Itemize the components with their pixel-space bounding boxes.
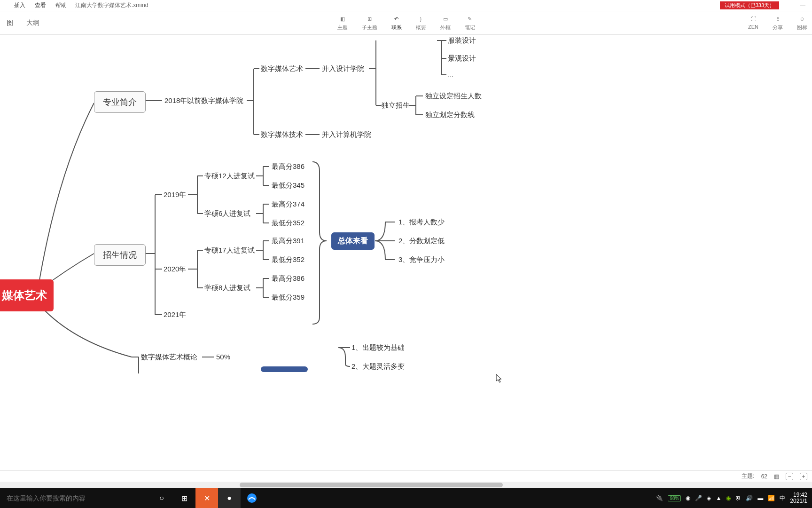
node-s3[interactable]: 3、竞争压力小 <box>398 255 445 264</box>
battery-indicator[interactable]: 98% <box>668 495 681 501</box>
boundary-icon: ▭ <box>441 15 450 23</box>
power-icon[interactable]: 🔌 <box>656 495 663 501</box>
node-more[interactable]: ... <box>448 71 454 79</box>
wifi-icon[interactable]: 📶 <box>768 495 775 501</box>
node-ind-score[interactable]: 独立划定分数线 <box>425 111 475 119</box>
node-n3a-pct[interactable]: 50% <box>216 353 230 361</box>
tool-zen[interactable]: ⛶ ZEN <box>748 15 758 31</box>
tool-share[interactable]: ⇪ 分享 <box>773 15 783 31</box>
microphone-icon[interactable]: 🎤 <box>695 495 702 501</box>
browser-taskbar-icon[interactable] <box>241 488 263 508</box>
smiley-icon: ☺ <box>797 15 807 23</box>
tray-icon-1[interactable]: ◉ <box>686 495 690 501</box>
share-icon: ⇪ <box>773 15 782 23</box>
node-digital-art[interactable]: 数字媒体艺术 <box>261 64 303 73</box>
node-digital-tech[interactable]: 数字媒体技术 <box>261 130 303 139</box>
cortana-icon[interactable]: ○ <box>150 488 173 508</box>
map-overview-icon[interactable]: ▦ <box>774 473 779 480</box>
node-19b1[interactable]: 最高分374 <box>272 200 304 209</box>
tool-subtopic[interactable]: ⊞ 子主题 <box>362 15 377 31</box>
root-node[interactable]: 媒体艺术 <box>0 279 54 311</box>
tool-label: 笔记 <box>465 24 475 31</box>
menubar: 插入 查看 帮助 江南大学数字媒体艺术.xmind 试用模式（已333天） — <box>0 0 812 11</box>
trial-mode-badge[interactable]: 试用模式（已333天） <box>720 1 779 9</box>
node-19b[interactable]: 学硕6人进复试 <box>204 209 250 218</box>
tool-icons[interactable]: ☺ 图标 <box>797 15 807 31</box>
clock-date[interactable]: 2021/1 <box>790 498 807 504</box>
node-19a1[interactable]: 最高分386 <box>272 162 304 171</box>
node-19a[interactable]: 专硕12人进复试 <box>204 172 255 181</box>
node-20a1[interactable]: 最高分391 <box>272 237 304 246</box>
relation-icon: ↶ <box>392 15 401 23</box>
tool-label: 外框 <box>440 24 451 31</box>
tool-label: 子主题 <box>362 24 377 31</box>
tool-relation[interactable]: ↶ 联系 <box>391 15 402 31</box>
zoom-in-button[interactable]: + <box>800 473 807 480</box>
tray-icon-3[interactable]: ▲ <box>716 495 721 501</box>
nvidia-icon[interactable]: ◉ <box>726 495 731 501</box>
tool-summary[interactable]: } 概要 <box>416 15 426 31</box>
node-20a[interactable]: 专硕17人进复试 <box>204 246 255 255</box>
menu-view[interactable]: 查看 <box>30 1 51 9</box>
recorder-taskbar-icon[interactable]: ● <box>218 488 241 508</box>
node-merge-cs[interactable]: 并入计算机学院 <box>322 130 371 139</box>
zoom-out-button[interactable]: − <box>786 473 793 480</box>
tool-label: 图标 <box>797 24 807 31</box>
node-2020[interactable]: 2020年 <box>164 265 186 274</box>
topic-count-label: 主题: <box>742 472 754 480</box>
node-20b[interactable]: 学硕8人进复试 <box>204 284 250 293</box>
node-ind-quota[interactable]: 独立设定招生人数 <box>425 92 482 101</box>
tray-icon-2[interactable]: ◈ <box>707 495 711 501</box>
node-2019[interactable]: 2019年 <box>164 190 186 199</box>
menu-insert[interactable]: 插入 <box>9 1 30 9</box>
node-intro[interactable]: 专业简介 <box>94 91 146 113</box>
node-independent[interactable]: 独立招生 <box>382 101 410 110</box>
node-20b1[interactable]: 最高分386 <box>272 274 304 283</box>
topic-count: 62 <box>761 473 767 480</box>
node-19b2[interactable]: 最低分352 <box>272 219 304 228</box>
tool-label: ZEN <box>748 24 758 30</box>
note-icon: ✎ <box>465 15 475 23</box>
minimize-button[interactable]: — <box>793 2 812 9</box>
document-filename: 江南大学数字媒体艺术.xmind <box>75 1 148 9</box>
tool-boundary[interactable]: ▭ 外框 <box>440 15 451 31</box>
node-fashion[interactable]: 服装设计 <box>448 36 476 45</box>
topic-icon: ◧ <box>338 15 347 23</box>
tool-label: 分享 <box>773 24 783 31</box>
battery-icon[interactable]: ▬ <box>757 495 763 501</box>
node-s2[interactable]: 2、分数划定低 <box>398 237 445 246</box>
node-p1[interactable]: 1、出题较为基础 <box>351 343 405 352</box>
toolbar: 图 大纲 ◧ 主题 ⊞ 子主题 ↶ 联系 } 概要 ▭ 外框 ✎ 笔记 ⛶ ZE <box>0 11 812 35</box>
security-icon[interactable]: ⛨ <box>735 495 741 501</box>
scrollbar-thumb[interactable] <box>240 483 503 487</box>
tab-outline[interactable]: 大纲 <box>20 11 46 34</box>
mindmap-canvas[interactable]: 媒体艺术 专业简介 2018年以前数字媒体学院 数字媒体艺术 并入设计学院 数字… <box>0 35 812 488</box>
zen-icon: ⛶ <box>749 15 758 23</box>
node-n3a[interactable]: 数字媒体艺术概论 <box>141 353 197 362</box>
node-summary[interactable]: 总体来看 <box>331 232 375 250</box>
node-admission[interactable]: 招生情况 <box>94 244 146 266</box>
task-view-icon[interactable]: ⊞ <box>173 488 195 508</box>
node-merge-design[interactable]: 并入设计学院 <box>322 64 364 73</box>
mouse-cursor-icon <box>496 374 503 383</box>
horizontal-scrollbar[interactable] <box>0 482 812 488</box>
tab-map[interactable]: 图 <box>0 11 20 34</box>
node-blue2[interactable] <box>261 366 308 372</box>
taskbar-search-input[interactable] <box>0 488 141 508</box>
tool-note[interactable]: ✎ 笔记 <box>465 15 475 31</box>
xmind-taskbar-icon[interactable]: ✕ <box>195 488 218 508</box>
volume-icon[interactable]: 🔊 <box>746 495 753 501</box>
node-20a2[interactable]: 最低分352 <box>272 255 304 264</box>
node-2021[interactable]: 2021年 <box>164 310 186 319</box>
node-landscape[interactable]: 景观设计 <box>448 54 476 63</box>
node-s1[interactable]: 1、报考人数少 <box>398 218 445 227</box>
ime-indicator[interactable]: 中 <box>780 494 785 502</box>
menu-help[interactable]: 帮助 <box>51 1 71 9</box>
node-19a2[interactable]: 最低分345 <box>272 181 304 190</box>
summary-icon: } <box>416 15 426 23</box>
node-2018[interactable]: 2018年以前数字媒体学院 <box>164 96 243 105</box>
node-20b2[interactable]: 最低分359 <box>272 293 304 302</box>
statusbar: 主题: 62 ▦ − + <box>0 470 812 482</box>
tool-topic[interactable]: ◧ 主题 <box>337 15 348 31</box>
node-p2[interactable]: 2、大题灵活多变 <box>351 362 405 371</box>
